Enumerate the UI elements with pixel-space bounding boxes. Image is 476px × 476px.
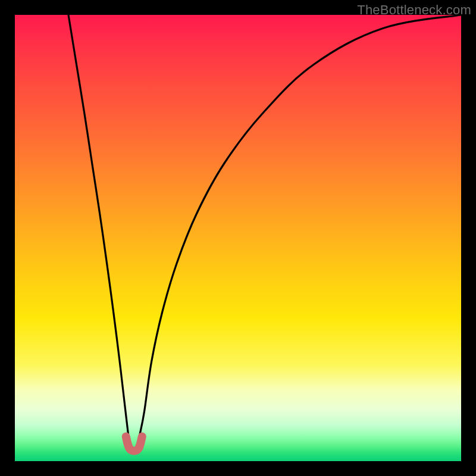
chart-plot-area: [15, 15, 461, 461]
bottom-u-marker: [126, 437, 142, 451]
curve-left-branch: [68, 15, 129, 434]
chart-svg: [15, 15, 461, 461]
outer-frame: TheBottleneck.com: [0, 0, 476, 476]
curve-right-branch: [140, 15, 461, 434]
